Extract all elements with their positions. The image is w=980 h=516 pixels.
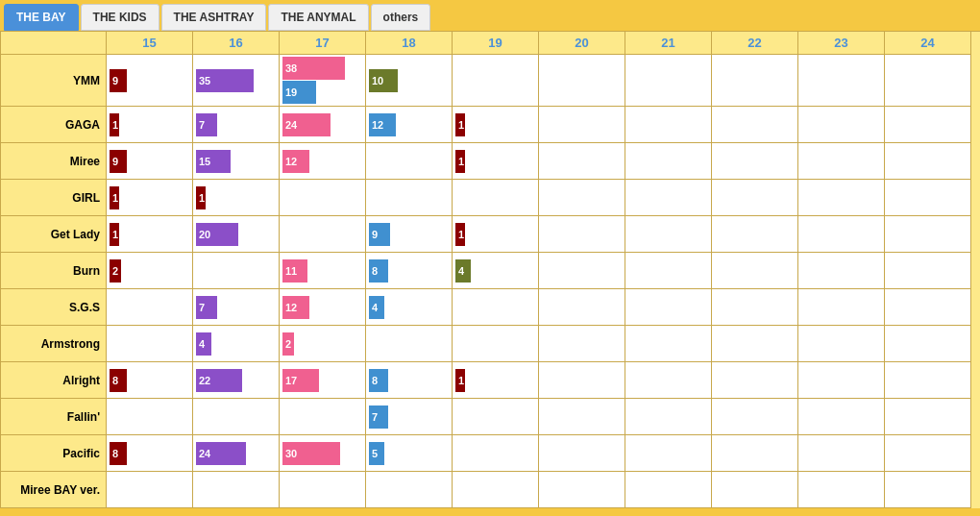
- cell-ymm-col20: [539, 55, 625, 107]
- bar: 35: [196, 69, 254, 92]
- col-header-22: 22: [712, 32, 798, 55]
- cell-miree-bay-ver.-col22: [712, 472, 798, 508]
- cell-pacific-col18: 5: [366, 435, 453, 472]
- cell-miree-col24: [885, 143, 971, 180]
- bar: 1: [455, 150, 465, 173]
- cell-miree-bay-ver.-col24: [885, 472, 971, 508]
- cell-armstrong-col16: 4: [193, 326, 280, 362]
- tab-the-anymal[interactable]: THE ANYMAL: [268, 4, 368, 31]
- cell-ymm-col15: 9: [107, 55, 193, 107]
- cell-miree-bay-ver.-col18: [366, 472, 453, 508]
- cell-girl-col22: [712, 180, 798, 216]
- bar: 7: [196, 296, 217, 319]
- bar: 2: [282, 332, 294, 356]
- cell-gaga-col22: [712, 107, 798, 143]
- bar: 4: [196, 332, 211, 356]
- col-header-20: 20: [539, 32, 625, 55]
- tab-the-kids[interactable]: THE KIDS: [81, 4, 159, 31]
- bar: 8: [369, 259, 388, 283]
- tab-bar: THE BAYTHE KIDSTHE ASHTRAYTHE ANYMALothe…: [0, 0, 980, 31]
- cell-fallin'-col20: [539, 399, 625, 435]
- cell-s.g.s-col18: 4: [366, 289, 453, 326]
- cell-ymm-col16: 35: [193, 55, 280, 107]
- data-grid: 15161718192021222324YMM935381910GAGA1724…: [0, 31, 980, 508]
- bar: 17: [282, 369, 319, 392]
- row-label-get-lady: Get Lady: [1, 216, 107, 253]
- cell-get-lady-col22: [712, 216, 798, 253]
- cell-get-lady-col17: [280, 216, 366, 253]
- tab-the-ashtray[interactable]: THE ASHTRAY: [161, 4, 267, 31]
- cell-gaga-col19: 1: [453, 107, 539, 143]
- row-label-fallin': Fallin': [1, 399, 107, 435]
- cell-armstrong-col21: [625, 326, 712, 362]
- cell-burn-col20: [539, 253, 625, 289]
- cell-alright-col22: [712, 362, 798, 399]
- cell-girl-col15: 1: [107, 180, 193, 216]
- cell-girl-col21: [625, 180, 712, 216]
- cell-s.g.s-col24: [885, 289, 971, 326]
- bar: 1: [110, 223, 119, 246]
- cell-ymm-col18: 10: [366, 55, 453, 107]
- bar: 12: [282, 150, 309, 173]
- col-header-21: 21: [625, 32, 712, 55]
- cell-burn-col23: [798, 253, 885, 289]
- cell-get-lady-col24: [885, 216, 971, 253]
- cell-s.g.s-col16: 7: [193, 289, 280, 326]
- cell-fallin'-col18: 7: [366, 399, 453, 435]
- cell-girl-col17: [280, 180, 366, 216]
- cell-alright-col20: [539, 362, 625, 399]
- tab-the-bay[interactable]: THE BAY: [4, 4, 79, 31]
- cell-pacific-col23: [798, 435, 885, 472]
- cell-fallin'-col19: [453, 399, 539, 435]
- cell-armstrong-col17: 2: [280, 326, 366, 362]
- cell-fallin'-col17: [280, 399, 366, 435]
- cell-get-lady-col20: [539, 216, 625, 253]
- bar: 9: [110, 150, 127, 173]
- cell-ymm-col21: [625, 55, 712, 107]
- cell-fallin'-col16: [193, 399, 280, 435]
- cell-armstrong-col23: [798, 326, 885, 362]
- bar: 1: [455, 223, 465, 246]
- bar: 1: [455, 113, 465, 136]
- bar: 4: [455, 259, 471, 283]
- cell-miree-col21: [625, 143, 712, 180]
- cell-fallin'-col23: [798, 399, 885, 435]
- bar: 30: [282, 442, 340, 465]
- cell-pacific-col19: [453, 435, 539, 472]
- bar: 19: [282, 81, 316, 104]
- cell-s.g.s-col19: [453, 289, 539, 326]
- cell-girl-col20: [539, 180, 625, 216]
- cell-burn-col21: [625, 253, 712, 289]
- cell-girl-col24: [885, 180, 971, 216]
- cell-gaga-col21: [625, 107, 712, 143]
- bar: 1: [455, 369, 465, 392]
- cell-armstrong-col24: [885, 326, 971, 362]
- row-label-burn: Burn: [1, 253, 107, 289]
- row-label-miree: Miree: [1, 143, 107, 180]
- cell-fallin'-col15: [107, 399, 193, 435]
- cell-ymm-col19: [453, 55, 539, 107]
- row-label-miree-bay-ver.: Miree BAY ver.: [1, 472, 107, 508]
- cell-s.g.s-col22: [712, 289, 798, 326]
- cell-miree-bay-ver.-col19: [453, 472, 539, 508]
- cell-ymm-col24: [885, 55, 971, 107]
- bar: 7: [196, 113, 217, 136]
- tab-others[interactable]: others: [371, 4, 431, 31]
- cell-pacific-col22: [712, 435, 798, 472]
- cell-gaga-col24: [885, 107, 971, 143]
- col-header-15: 15: [107, 32, 193, 55]
- bar: 1: [110, 113, 119, 136]
- cell-gaga-col17: 24: [280, 107, 366, 143]
- cell-armstrong-col15: [107, 326, 193, 362]
- cell-pacific-col21: [625, 435, 712, 472]
- cell-girl-col16: 1: [193, 180, 280, 216]
- cell-alright-col23: [798, 362, 885, 399]
- cell-get-lady-col23: [798, 216, 885, 253]
- cell-s.g.s-col15: [107, 289, 193, 326]
- cell-alright-col19: 1: [453, 362, 539, 399]
- col-header-17: 17: [280, 32, 366, 55]
- cell-girl-col19: [453, 180, 539, 216]
- cell-gaga-col15: 1: [107, 107, 193, 143]
- cell-s.g.s-col23: [798, 289, 885, 326]
- bar: 20: [196, 223, 238, 246]
